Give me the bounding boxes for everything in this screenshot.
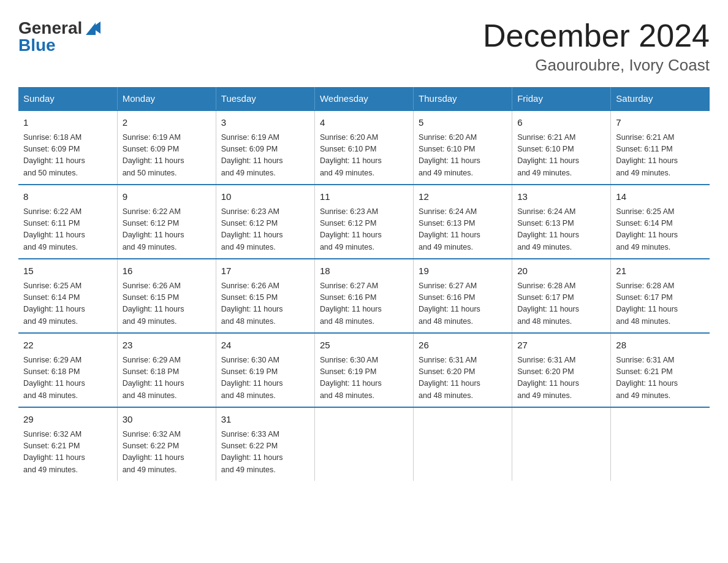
day-number: 17	[221, 264, 309, 278]
header-thursday: Thursday	[414, 87, 512, 110]
day-number: 24	[221, 339, 309, 353]
day-info: Sunrise: 6:30 AM Sunset: 6:19 PM Dayligh…	[221, 354, 309, 402]
day-number: 10	[221, 190, 309, 204]
day-info: Sunrise: 6:24 AM Sunset: 6:13 PM Dayligh…	[517, 206, 605, 254]
day-number: 11	[320, 190, 408, 204]
day-info: Sunrise: 6:32 AM Sunset: 6:21 PM Dayligh…	[23, 429, 112, 477]
title-block: December 2024 Gaouroubre, Ivory Coast	[483, 18, 710, 75]
calendar-cell	[512, 407, 611, 481]
day-number: 18	[320, 264, 408, 278]
day-info: Sunrise: 6:25 AM Sunset: 6:14 PM Dayligh…	[616, 206, 705, 254]
page-title: December 2024	[483, 18, 710, 53]
calendar-cell	[611, 407, 710, 481]
calendar-cell: 3 Sunrise: 6:19 AM Sunset: 6:09 PM Dayli…	[216, 110, 314, 185]
calendar-cell: 15 Sunrise: 6:25 AM Sunset: 6:14 PM Dayl…	[18, 259, 117, 333]
day-number: 30	[123, 413, 211, 427]
day-info: Sunrise: 6:23 AM Sunset: 6:12 PM Dayligh…	[221, 206, 309, 254]
day-info: Sunrise: 6:22 AM Sunset: 6:11 PM Dayligh…	[23, 206, 112, 254]
calendar-cell: 12 Sunrise: 6:24 AM Sunset: 6:13 PM Dayl…	[414, 185, 512, 259]
logo-blue-text: Blue	[18, 36, 100, 55]
day-info: Sunrise: 6:18 AM Sunset: 6:09 PM Dayligh…	[23, 132, 112, 180]
day-info: Sunrise: 6:27 AM Sunset: 6:16 PM Dayligh…	[419, 280, 507, 328]
calendar-cell: 25 Sunrise: 6:30 AM Sunset: 6:19 PM Dayl…	[314, 333, 413, 407]
day-info: Sunrise: 6:20 AM Sunset: 6:10 PM Dayligh…	[320, 132, 408, 180]
day-number: 8	[23, 190, 112, 204]
calendar-cell	[414, 407, 512, 481]
calendar-cell: 2 Sunrise: 6:19 AM Sunset: 6:09 PM Dayli…	[117, 110, 216, 185]
day-info: Sunrise: 6:26 AM Sunset: 6:15 PM Dayligh…	[221, 280, 309, 328]
logo-triangle-icon	[83, 19, 100, 36]
day-info: Sunrise: 6:28 AM Sunset: 6:17 PM Dayligh…	[616, 280, 705, 328]
calendar-cell: 6 Sunrise: 6:21 AM Sunset: 6:10 PM Dayli…	[512, 110, 611, 185]
day-info: Sunrise: 6:19 AM Sunset: 6:09 PM Dayligh…	[221, 132, 309, 180]
calendar-cell: 13 Sunrise: 6:24 AM Sunset: 6:13 PM Dayl…	[512, 185, 611, 259]
header-tuesday: Tuesday	[216, 87, 314, 110]
day-number: 14	[616, 190, 705, 204]
calendar-week-row: 22 Sunrise: 6:29 AM Sunset: 6:18 PM Dayl…	[18, 333, 710, 407]
calendar-cell: 18 Sunrise: 6:27 AM Sunset: 6:16 PM Dayl…	[314, 259, 413, 333]
day-number: 29	[23, 413, 112, 427]
day-info: Sunrise: 6:29 AM Sunset: 6:18 PM Dayligh…	[123, 354, 211, 402]
day-info: Sunrise: 6:24 AM Sunset: 6:13 PM Dayligh…	[419, 206, 507, 254]
calendar-cell: 14 Sunrise: 6:25 AM Sunset: 6:14 PM Dayl…	[611, 185, 710, 259]
page-header: General Blue December 2024 Gaouroubre, I…	[18, 18, 710, 75]
calendar-cell: 20 Sunrise: 6:28 AM Sunset: 6:17 PM Dayl…	[512, 259, 611, 333]
calendar-cell: 1 Sunrise: 6:18 AM Sunset: 6:09 PM Dayli…	[18, 110, 117, 185]
day-number: 16	[123, 264, 211, 278]
day-number: 20	[517, 264, 605, 278]
day-number: 23	[123, 339, 211, 353]
calendar-cell: 23 Sunrise: 6:29 AM Sunset: 6:18 PM Dayl…	[117, 333, 216, 407]
day-info: Sunrise: 6:32 AM Sunset: 6:22 PM Dayligh…	[123, 429, 211, 477]
day-number: 15	[23, 264, 112, 278]
calendar-header-row: SundayMondayTuesdayWednesdayThursdayFrid…	[18, 87, 710, 110]
day-number: 1	[23, 116, 112, 130]
day-info: Sunrise: 6:27 AM Sunset: 6:16 PM Dayligh…	[320, 280, 408, 328]
day-info: Sunrise: 6:21 AM Sunset: 6:10 PM Dayligh…	[517, 132, 605, 180]
logo: General Blue	[18, 18, 100, 55]
day-number: 13	[517, 190, 605, 204]
day-info: Sunrise: 6:22 AM Sunset: 6:12 PM Dayligh…	[123, 206, 211, 254]
calendar-cell: 31 Sunrise: 6:33 AM Sunset: 6:22 PM Dayl…	[216, 407, 314, 481]
calendar-week-row: 8 Sunrise: 6:22 AM Sunset: 6:11 PM Dayli…	[18, 185, 710, 259]
page-subtitle: Gaouroubre, Ivory Coast	[483, 56, 710, 75]
day-info: Sunrise: 6:19 AM Sunset: 6:09 PM Dayligh…	[123, 132, 211, 180]
day-info: Sunrise: 6:29 AM Sunset: 6:18 PM Dayligh…	[23, 354, 112, 402]
day-number: 25	[320, 339, 408, 353]
day-info: Sunrise: 6:30 AM Sunset: 6:19 PM Dayligh…	[320, 354, 408, 402]
day-info: Sunrise: 6:26 AM Sunset: 6:15 PM Dayligh…	[123, 280, 211, 328]
day-number: 7	[616, 116, 705, 130]
calendar-cell: 10 Sunrise: 6:23 AM Sunset: 6:12 PM Dayl…	[216, 185, 314, 259]
day-info: Sunrise: 6:23 AM Sunset: 6:12 PM Dayligh…	[320, 206, 408, 254]
header-monday: Monday	[117, 87, 216, 110]
day-number: 12	[419, 190, 507, 204]
calendar-cell: 27 Sunrise: 6:31 AM Sunset: 6:20 PM Dayl…	[512, 333, 611, 407]
day-number: 2	[123, 116, 211, 130]
calendar-cell: 8 Sunrise: 6:22 AM Sunset: 6:11 PM Dayli…	[18, 185, 117, 259]
day-info: Sunrise: 6:28 AM Sunset: 6:17 PM Dayligh…	[517, 280, 605, 328]
calendar-cell: 30 Sunrise: 6:32 AM Sunset: 6:22 PM Dayl…	[117, 407, 216, 481]
calendar-cell: 26 Sunrise: 6:31 AM Sunset: 6:20 PM Dayl…	[414, 333, 512, 407]
day-number: 3	[221, 116, 309, 130]
day-info: Sunrise: 6:20 AM Sunset: 6:10 PM Dayligh…	[419, 132, 507, 180]
day-number: 5	[419, 116, 507, 130]
day-info: Sunrise: 6:31 AM Sunset: 6:20 PM Dayligh…	[419, 354, 507, 402]
day-number: 9	[123, 190, 211, 204]
calendar-cell: 21 Sunrise: 6:28 AM Sunset: 6:17 PM Dayl…	[611, 259, 710, 333]
day-info: Sunrise: 6:21 AM Sunset: 6:11 PM Dayligh…	[616, 132, 705, 180]
day-number: 28	[616, 339, 705, 353]
day-number: 19	[419, 264, 507, 278]
day-number: 21	[616, 264, 705, 278]
calendar-cell: 28 Sunrise: 6:31 AM Sunset: 6:21 PM Dayl…	[611, 333, 710, 407]
day-number: 26	[419, 339, 507, 353]
calendar-table: SundayMondayTuesdayWednesdayThursdayFrid…	[18, 87, 710, 481]
calendar-cell: 19 Sunrise: 6:27 AM Sunset: 6:16 PM Dayl…	[414, 259, 512, 333]
calendar-cell: 16 Sunrise: 6:26 AM Sunset: 6:15 PM Dayl…	[117, 259, 216, 333]
calendar-week-row: 1 Sunrise: 6:18 AM Sunset: 6:09 PM Dayli…	[18, 110, 710, 185]
header-friday: Friday	[512, 87, 611, 110]
calendar-cell: 11 Sunrise: 6:23 AM Sunset: 6:12 PM Dayl…	[314, 185, 413, 259]
day-number: 4	[320, 116, 408, 130]
calendar-cell: 17 Sunrise: 6:26 AM Sunset: 6:15 PM Dayl…	[216, 259, 314, 333]
calendar-cell	[314, 407, 413, 481]
day-number: 31	[221, 413, 309, 427]
calendar-cell: 4 Sunrise: 6:20 AM Sunset: 6:10 PM Dayli…	[314, 110, 413, 185]
